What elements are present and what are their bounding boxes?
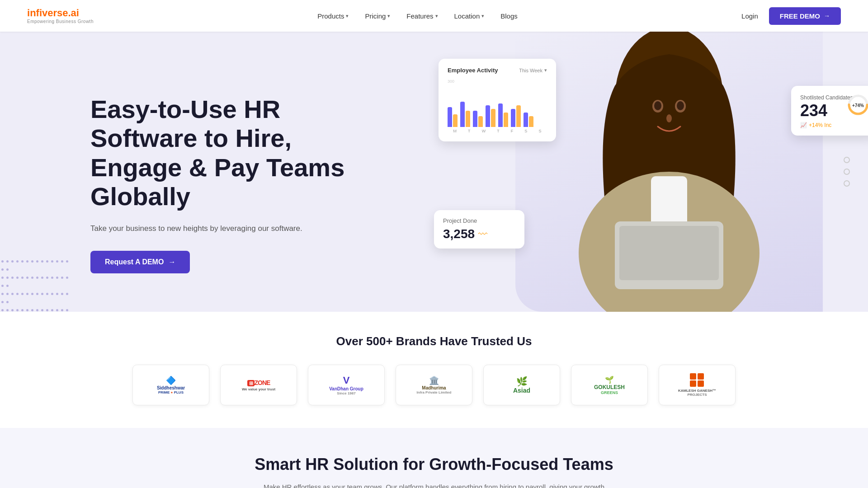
scroll-indicator (844, 157, 850, 187)
shotlisted-increase: 📈 +14% Inc (800, 122, 868, 128)
person-illustration (515, 32, 823, 312)
logo-tagline: Empowering Business Growth (27, 19, 94, 24)
brand-logo: 🏛️ Madhurima Infra Private Limited (413, 372, 455, 398)
hero-subtitle: Take your business to new heights by lev… (90, 222, 353, 235)
chevron-icon: ▾ (544, 67, 547, 73)
project-done-number: 3,258 (443, 227, 475, 241)
brand-logo: V VanDhan Group Since 1987 (326, 371, 367, 399)
brand-logo: KAMLESH GANESH™ PROJECTS (675, 370, 720, 400)
nav-links: Products ▾ Pricing ▾ Features ▾ Location… (317, 12, 518, 20)
shotlisted-candidates-card: Shotlisted Candidates 234 📈 +14% Inc +74… (791, 86, 868, 136)
brand-card-siddheshwar: 🔷 Siddheshwar PRIME ● PLUS (132, 365, 209, 405)
chart-labels: M T W T F S S (448, 129, 547, 133)
wave-icon: 〰 (478, 229, 487, 239)
brand-logo: 🔷 Siddheshwar PRIME ● PLUS (153, 372, 189, 398)
smart-hr-title: Smart HR Solution for Growth-Focused Tea… (90, 455, 778, 474)
hero-section: Easy-to-Use HR Software to Hire, Engage … (0, 32, 868, 312)
employee-activity-card: Employee Activity This Week ▾ 300 M (439, 59, 556, 141)
request-demo-button[interactable]: Request A DEMO → (90, 251, 190, 273)
arrow-icon: → (824, 12, 830, 19)
project-done-card: Project Done 3,258 〰 (434, 210, 524, 249)
logo-name: infiverse.ai (27, 8, 94, 19)
period-label: This Week ▾ (519, 67, 547, 73)
decorative-dots (0, 258, 72, 303)
smart-hr-subtitle: Make HR effortless as your team grows. O… (262, 481, 606, 488)
navbar: infiverse.ai Empowering Business Growth … (0, 0, 868, 32)
employee-activity-title: Employee Activity (448, 67, 498, 74)
svg-point-10 (666, 114, 672, 122)
trend-icon: 📈 (800, 122, 807, 128)
svg-point-8 (654, 101, 661, 110)
brand-logo: 🌿 Asiad (509, 372, 534, 398)
brand-card-gokulesh: 🌱 GOKULESH GREENS (571, 365, 648, 405)
logo[interactable]: infiverse.ai Empowering Business Growth (27, 8, 94, 23)
brand-logo: 🌱 GOKULESH GREENS (590, 372, 628, 399)
brands-title: Over 500+ Brands Have Trusted Us (90, 334, 778, 348)
scroll-dot-3[interactable] (844, 180, 850, 187)
brand-card-vandhan: V VanDhan Group Since 1987 (308, 365, 385, 405)
brand-card-kamlesh: KAMLESH GANESH™ PROJECTS (659, 365, 736, 405)
brands-section: Over 500+ Brands Have Trusted Us 🔷 Siddh… (0, 312, 868, 428)
svg-rect-5 (619, 226, 719, 280)
brand-logo: ⊞ZONE We value your trust (238, 375, 279, 395)
svg-point-9 (677, 101, 684, 110)
login-button[interactable]: Login (741, 12, 758, 20)
hero-person-bg (515, 32, 823, 312)
brand-card-madhurima: 🏛️ Madhurima Infra Private Limited (396, 365, 472, 405)
scroll-dot-1[interactable] (844, 157, 850, 163)
nav-item-features[interactable]: Features ▾ (406, 12, 438, 20)
nav-item-products[interactable]: Products ▾ (317, 12, 349, 20)
nav-item-pricing[interactable]: Pricing ▾ (365, 12, 390, 20)
hero-content: Easy-to-Use HR Software to Hire, Engage … (90, 59, 353, 273)
nav-actions: Login FREE DEMO → (741, 7, 841, 25)
scroll-dot-2[interactable] (844, 169, 850, 175)
brands-grid: 🔷 Siddheshwar PRIME ● PLUS ⊞ZONE We valu… (90, 365, 778, 405)
chevron-down-icon: ▾ (387, 13, 390, 19)
nav-item-blogs[interactable]: Blogs (500, 12, 518, 20)
shotlisted-title: Shotlisted Candidates (800, 94, 853, 101)
free-demo-button[interactable]: FREE DEMO → (769, 7, 841, 25)
arrow-icon: → (168, 258, 175, 266)
hero-title: Easy-to-Use HR Software to Hire, Engage … (90, 95, 353, 211)
hero-image-area: Employee Activity This Week ▾ 300 M (434, 32, 868, 312)
chevron-down-icon: ▾ (481, 13, 484, 19)
donut-chart: +74% (846, 93, 868, 117)
logo-main: nfiverse.ai (30, 7, 79, 19)
svg-text:+74%: +74% (852, 103, 864, 108)
project-done-title: Project Done (443, 217, 515, 224)
brand-card-asiad: 🌿 Asiad (483, 365, 560, 405)
brand-card-ozone: ⊞ZONE We value your trust (220, 365, 297, 405)
nav-item-location[interactable]: Location ▾ (454, 12, 485, 20)
smart-hr-section: Smart HR Solution for Growth-Focused Tea… (0, 428, 868, 488)
activity-bar-chart (448, 91, 547, 127)
chevron-down-icon: ▾ (435, 13, 438, 19)
chevron-down-icon: ▾ (346, 13, 349, 19)
